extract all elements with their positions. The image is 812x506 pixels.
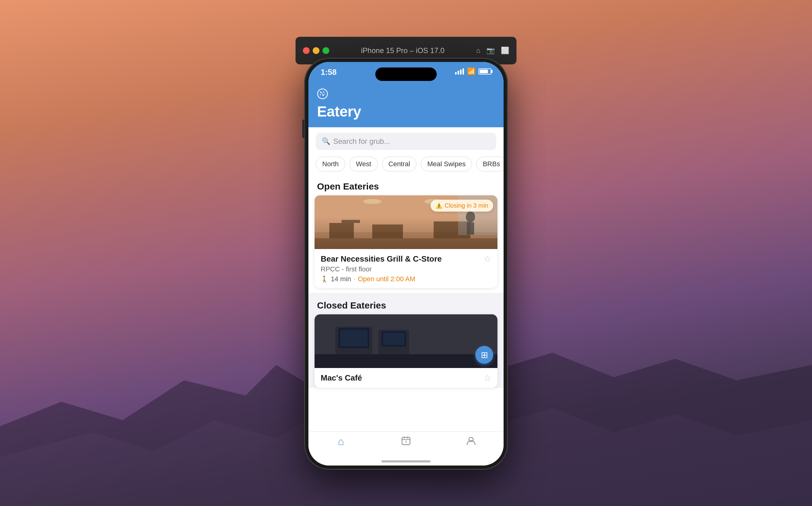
closed-image: [314, 314, 498, 368]
svg-rect-27: [340, 330, 368, 346]
filter-tab-central[interactable]: Central: [382, 157, 417, 171]
app-header: Eatery: [308, 83, 504, 127]
filter-tab-brbs[interactable]: BRBs: [476, 157, 504, 171]
search-bar[interactable]: 🔍 Search for grub...: [316, 133, 496, 150]
svg-point-11: [363, 199, 381, 204]
card-header-row: Bear Necessities Grill & C-Store ☆: [321, 254, 491, 264]
camera-toolbar-icon[interactable]: 📷: [487, 47, 495, 55]
svg-point-8: [322, 93, 323, 94]
warning-icon: ⚠️: [435, 202, 442, 209]
closing-text: Closing in 3 min: [445, 202, 488, 209]
svg-rect-14: [342, 220, 360, 223]
eatery-card-bear[interactable]: ⚠️ Closing in 3 min Bear Necessities Gri…: [314, 195, 498, 288]
home-bar: [381, 460, 431, 462]
close-button[interactable]: [303, 47, 310, 54]
search-input[interactable]: Search for grub...: [333, 137, 390, 146]
open-status: Open until 2:00 AM: [358, 275, 415, 283]
content-area: Open Eateries: [308, 176, 504, 431]
scan-icon: ⊞: [481, 350, 488, 360]
eatery-card-info: Bear Necessities Grill & C-Store ☆ RPCC …: [314, 249, 498, 288]
toolbar-icons: ⌂ 📷 ⬜: [476, 47, 509, 55]
wifi-icon: 📶: [467, 68, 475, 75]
filter-tabs: North West Central Meal Swipes BRBs: [308, 153, 504, 176]
status-right: 📶: [455, 68, 491, 75]
status-bar: 1:58 📶: [308, 62, 504, 83]
app-logo: [317, 88, 495, 102]
minimize-button[interactable]: [313, 47, 319, 54]
svg-rect-13: [329, 223, 354, 238]
battery-icon: [478, 68, 491, 75]
svg-rect-29: [383, 333, 404, 345]
svg-point-4: [323, 91, 324, 93]
home-tab-icon: ⌂: [338, 435, 344, 447]
svg-point-6: [322, 94, 324, 96]
card-details: 🚶 14 min · Open until 2:00 AM: [321, 275, 491, 283]
tab-bar: ⌂ 7: [308, 431, 504, 457]
svg-rect-18: [467, 222, 474, 235]
search-container: 🔍 Search for grub...: [308, 127, 504, 153]
filter-tab-meal-swipes[interactable]: Meal Swipes: [421, 157, 472, 171]
macs-name: Mac's Café: [321, 373, 362, 383]
status-time: 1:58: [321, 68, 337, 77]
macs-card-info: Mac's Café ☆: [314, 368, 498, 388]
eatery-card-image-macs: ⊞: [314, 314, 498, 368]
home-indicator: [308, 457, 504, 466]
tab-home[interactable]: ⌂: [325, 435, 356, 448]
profile-tab-icon: [466, 435, 476, 448]
screenshot-toolbar-icon[interactable]: ⬜: [501, 47, 509, 55]
tab-profile[interactable]: [456, 435, 487, 448]
eatery-card-image-bear: ⚠️ Closing in 3 min: [314, 195, 498, 249]
svg-text:7: 7: [405, 440, 407, 444]
closing-badge: ⚠️ Closing in 3 min: [431, 200, 493, 212]
schedule-tab-icon: 7: [401, 435, 411, 448]
svg-rect-20: [314, 238, 498, 249]
svg-rect-16: [434, 222, 470, 238]
closed-section: Closed Eateries: [308, 293, 504, 388]
app-title: Eatery: [317, 103, 495, 120]
simulator-title: iPhone 15 Pro – iOS 17.0: [334, 46, 471, 55]
macs-favorite-star[interactable]: ☆: [484, 373, 491, 383]
svg-rect-33: [404, 437, 405, 438]
dynamic-island: [375, 68, 437, 81]
svg-rect-15: [372, 225, 403, 238]
favorite-star-icon[interactable]: ☆: [484, 254, 491, 264]
tab-schedule[interactable]: 7: [391, 435, 421, 448]
svg-rect-34: [407, 437, 408, 438]
phone-screen: 1:58 📶: [308, 62, 504, 466]
macs-header-row: Mac's Café ☆: [321, 373, 491, 383]
maximize-button[interactable]: [322, 47, 329, 54]
search-icon: 🔍: [322, 138, 330, 145]
phone-frame: 1:58 📶: [305, 58, 507, 469]
svg-rect-30: [314, 354, 498, 368]
filter-tab-west[interactable]: West: [350, 157, 378, 171]
eatery-name: Bear Necessities Grill & C-Store: [321, 254, 442, 264]
scan-button[interactable]: ⊞: [475, 346, 493, 364]
eatery-card-macs[interactable]: ⊞ Mac's Café ☆: [314, 314, 498, 388]
filter-tab-north[interactable]: North: [316, 157, 345, 171]
svg-point-5: [320, 94, 321, 95]
eatery-location: RPCC - first floor: [321, 265, 491, 273]
home-toolbar-icon[interactable]: ⌂: [476, 47, 480, 55]
svg-point-3: [320, 92, 322, 93]
closed-eateries-title: Closed Eateries: [308, 295, 504, 314]
traffic-lights: [303, 47, 329, 54]
open-eateries-title: Open Eateries: [308, 176, 504, 195]
walk-icon: 🚶: [321, 275, 328, 283]
walk-time: 14 min: [331, 275, 351, 283]
signal-icon: [455, 68, 464, 75]
svg-point-7: [324, 94, 325, 95]
